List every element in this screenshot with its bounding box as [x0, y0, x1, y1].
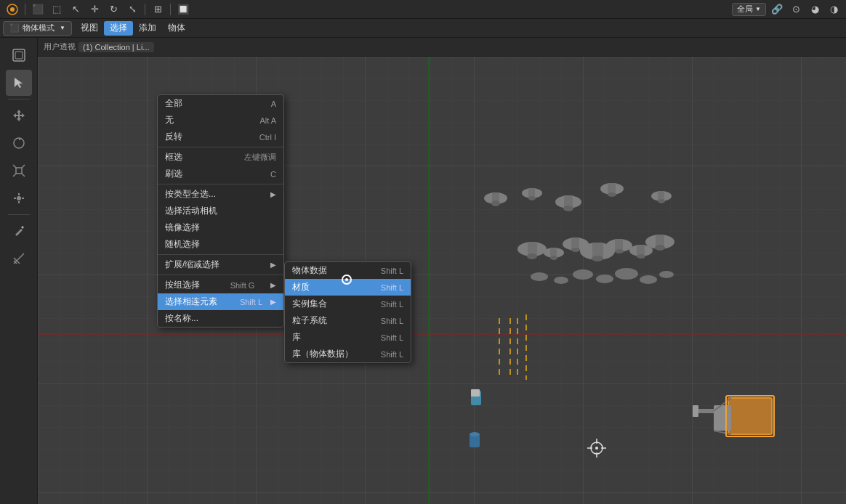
editor-type-icon[interactable]: ⬛	[30, 2, 46, 17]
svg-point-6	[17, 196, 21, 200]
viewport[interactable]: 全部 A 无 Alt A 反转 Ctrl I 框选 左键微调 刷选 C 按类型全…	[38, 57, 846, 504]
menu-sep-2	[158, 184, 283, 184]
toolbar-sep-2	[145, 4, 145, 15]
svg-point-61	[470, 432, 480, 436]
view-name: 用户透视	[44, 41, 76, 52]
svg-point-28	[527, 253, 537, 259]
svg-rect-68	[693, 405, 698, 417]
left-sidebar	[0, 38, 38, 504]
tool-transform[interactable]	[6, 185, 32, 211]
global-dropdown-arrow: ▼	[755, 6, 761, 12]
svg-point-25	[658, 199, 665, 203]
render-icon[interactable]: ◕	[807, 2, 823, 17]
select-active-camera[interactable]: 选择活动相机	[158, 203, 283, 219]
svg-point-70	[595, 447, 598, 450]
select-expand-contract[interactable]: 扩展/缩减选择 ▶	[158, 256, 283, 273]
select-brush[interactable]: 刷选 C	[158, 166, 283, 182]
select-invert[interactable]: 反转 Ctrl I	[158, 129, 283, 145]
svg-point-49	[573, 269, 593, 280]
svg-point-13	[491, 200, 500, 206]
tool-scale[interactable]	[6, 158, 32, 184]
top-toolbar: ⬛ ⬚ ↖ ✛ ↻ ⤡ ⊞ 🔲 全局 ▼ 🔗 ⊙ ◕ ◑	[0, 0, 846, 19]
linked-library-object-data[interactable]: 库（物体数据） Shift L	[285, 346, 411, 362]
snap-icon[interactable]: 🔲	[175, 2, 191, 17]
select-by-name[interactable]: 按名称...	[158, 310, 283, 327]
tool-measure[interactable]	[6, 245, 32, 272]
mode-label: 物体模式	[23, 23, 55, 33]
menu-view[interactable]: 视图	[75, 21, 104, 36]
global-label: 全局	[737, 4, 753, 15]
toolbar-sep-1	[25, 4, 25, 15]
select-linked[interactable]: 选择相连元素 Shift L ▶	[158, 293, 283, 310]
svg-point-47	[531, 272, 548, 281]
proportional-icon[interactable]: ⊙	[788, 2, 804, 17]
select-all-by-type[interactable]: 按类型全选... ▶	[158, 186, 283, 203]
sidebar-sep-1	[8, 99, 30, 99]
linked-context-menu: 物体数据 Shift L 材质 Shift L 实例集合 Shift L 粒子系…	[284, 261, 411, 363]
snap-magnet-icon[interactable]: 🔗	[769, 2, 785, 17]
svg-point-50	[596, 275, 613, 283]
linked-instance-collection[interactable]: 实例集合 Shift L	[285, 296, 411, 312]
toolbar-right: 全局 ▼ 🔗 ⊙ ◕ ◑	[732, 2, 842, 17]
menu-sep-1	[158, 147, 283, 147]
svg-point-22	[608, 192, 616, 197]
submenu-arrow-2: ▶	[270, 261, 276, 269]
svg-rect-3	[15, 52, 23, 59]
svg-point-46	[655, 245, 665, 251]
select-random[interactable]: 随机选择	[158, 236, 283, 253]
submenu-arrow-4: ▶	[270, 298, 276, 306]
svg-point-52	[640, 275, 657, 284]
transform-icon[interactable]: ⊞	[150, 2, 166, 17]
mode-selector[interactable]: ⬛ 物体模式 ▼	[3, 21, 72, 36]
svg-rect-67	[697, 409, 714, 413]
global-dropdown[interactable]: 全局 ▼	[732, 3, 766, 16]
svg-point-34	[571, 248, 580, 252]
select-none[interactable]: 无 Alt A	[158, 112, 283, 129]
svg-rect-63	[728, 398, 772, 434]
blender-icon[interactable]	[4, 2, 20, 17]
view-header: 用户透视 (1) Collection | Li...	[38, 38, 846, 57]
menu-sep-4	[158, 275, 283, 275]
select-mirror[interactable]: 镜像选择	[158, 219, 283, 236]
viewport-shading-icon[interactable]: ◑	[826, 2, 842, 17]
linked-material[interactable]: 材质 Shift L	[285, 279, 411, 296]
menu-select[interactable]: 选择	[104, 21, 133, 36]
scale-icon[interactable]: ⤡	[124, 2, 140, 17]
collection-path: (1) Collection | Li...	[78, 42, 154, 52]
linked-particle-system[interactable]: 粒子系统 Shift L	[285, 312, 411, 329]
tool-move[interactable]	[6, 102, 32, 129]
toolbar-sep-3	[170, 4, 171, 15]
tool-select[interactable]	[6, 70, 32, 96]
menu-add[interactable]: 添加	[133, 21, 162, 36]
tool-rotate[interactable]	[6, 130, 32, 156]
cursor-icon[interactable]: ↖	[68, 2, 84, 17]
svg-rect-2	[13, 49, 25, 61]
svg-rect-62	[471, 389, 480, 397]
svg-rect-5	[16, 168, 22, 174]
menu-bar: ⬛ 物体模式 ▼ 视图 选择 添加 物体	[0, 19, 846, 38]
linked-object-data[interactable]: 物体数据 Shift L	[285, 262, 411, 279]
mode-icon: ⬛	[9, 23, 20, 33]
sidebar-sep-2	[8, 214, 30, 215]
mode-dropdown-arrow: ▼	[60, 25, 65, 31]
svg-point-37	[592, 256, 603, 261]
svg-point-31	[550, 256, 557, 260]
tool-cursor[interactable]	[6, 42, 32, 68]
select-box[interactable]: 框选 左键微调	[158, 149, 283, 166]
submenu-arrow-3: ▶	[270, 281, 276, 289]
menu-object[interactable]: 物体	[162, 21, 191, 36]
linked-library[interactable]: 库 Shift L	[285, 329, 411, 346]
select-by-group[interactable]: 按组选择 Shift G ▶	[158, 277, 283, 293]
move-icon[interactable]: ✛	[86, 2, 102, 17]
select-all[interactable]: 全部 A	[158, 95, 283, 112]
svg-point-1	[10, 7, 15, 12]
select-box-icon[interactable]: ⬚	[49, 2, 65, 17]
tool-annotate[interactable]	[6, 218, 32, 244]
svg-point-19	[563, 206, 573, 211]
svg-point-43	[637, 254, 645, 259]
svg-point-51	[615, 268, 638, 280]
select-context-menu: 全部 A 无 Alt A 反转 Ctrl I 框选 左键微调 刷选 C 按类型全…	[157, 94, 284, 328]
rotate-icon[interactable]: ↻	[105, 2, 121, 17]
svg-point-53	[659, 271, 674, 278]
submenu-arrow-1: ▶	[270, 190, 276, 198]
